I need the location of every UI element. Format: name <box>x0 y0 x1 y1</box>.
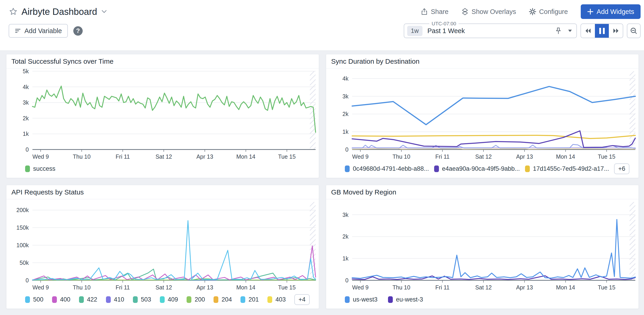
svg-text:Fri 11: Fri 11 <box>435 153 450 160</box>
legend-item[interactable]: eu-west-3 <box>388 296 423 303</box>
gear-icon <box>529 8 536 15</box>
svg-text:4k: 4k <box>23 84 29 90</box>
show-overlays-label: Show Overlays <box>472 8 516 15</box>
legend-item[interactable]: 0c49680d-4791-4ebb-a88... <box>345 165 429 172</box>
legend-more-badge[interactable]: +6 <box>614 163 630 174</box>
legend-item[interactable]: 403 <box>268 296 286 303</box>
range-shortcut-chip[interactable]: 1w <box>407 26 422 36</box>
legend-label: us-west3 <box>353 296 378 303</box>
range-caret-down-icon[interactable] <box>568 30 572 32</box>
legend-item[interactable]: 503 <box>133 296 151 303</box>
chart-legend: success <box>6 161 319 178</box>
chart-legend: 500400422410503409200204201403+4 <box>6 292 319 309</box>
pin-icon[interactable] <box>556 27 561 34</box>
help-icon[interactable]: ? <box>73 26 83 36</box>
range-label: Past 1 Week <box>428 27 465 35</box>
svg-text:Wed 9: Wed 9 <box>352 284 368 291</box>
configure-button[interactable]: Configure <box>529 8 568 15</box>
plus-icon <box>587 8 594 15</box>
title-chevron-down-icon[interactable] <box>101 9 107 14</box>
series-us-west3 <box>352 220 635 279</box>
time-backward-button[interactable] <box>581 24 595 38</box>
svg-text:2k: 2k <box>23 115 29 121</box>
widget-title: GB Moved by Region <box>326 185 638 199</box>
svg-text:1k: 1k <box>23 131 29 137</box>
series-500 <box>32 221 316 280</box>
legend-item[interactable]: 17d1455c-7ed5-49d2-a17... <box>525 165 609 172</box>
chart-sync-duration-by-destination[interactable]: 01k2k3k4kWed 9Thu 10Fri 11Sat 12Apr 13Mo… <box>326 68 638 161</box>
zoom-out-button[interactable] <box>627 23 640 38</box>
zoom-out-icon <box>630 27 638 34</box>
legend-label: 400 <box>60 296 70 303</box>
legend-item[interactable]: 201 <box>240 296 259 303</box>
legend-label: 500 <box>33 296 44 303</box>
svg-text:50k: 50k <box>20 260 29 266</box>
series-400 <box>32 246 316 280</box>
legend-item[interactable]: 204 <box>214 296 232 303</box>
widget-total-successful-syncs: Total Successful Syncs over Time 01k2k3k… <box>6 54 319 178</box>
legend-item[interactable]: 422 <box>79 296 97 303</box>
chart-legend: 0c49680d-4791-4ebb-a88...e4aea90a-90ca-4… <box>326 161 638 178</box>
legend-label: e4aea90a-90ca-49f5-9abb... <box>442 165 520 172</box>
time-nav-group <box>580 23 623 38</box>
chart-gb-moved-by-region[interactable]: 01k2k3kWed 9Thu 10Fri 11Sat 12Apr 13Mon … <box>326 199 638 292</box>
legend-swatch-icon <box>240 296 245 303</box>
legend-item[interactable]: success <box>25 165 56 172</box>
page-title: Airbyte Dashboard <box>22 6 97 17</box>
legend-item[interactable]: e4aea90a-90ca-49f5-9abb... <box>434 165 520 172</box>
chart-legend: us-west3eu-west-3 <box>326 292 638 309</box>
legend-label: 0c49680d-4791-4ebb-a88... <box>353 165 429 172</box>
time-forward-button[interactable] <box>609 24 623 38</box>
svg-text:Sat 12: Sat 12 <box>156 153 172 160</box>
series-e4aea90a-90ca-49f5-9abb <box>352 131 635 147</box>
svg-text:Thu 10: Thu 10 <box>73 284 91 291</box>
chart-canvas: 01k2k3k4k5kWed 9Thu 10Fri 11Sat 12Apr 13… <box>6 68 319 161</box>
svg-text:Wed 9: Wed 9 <box>32 284 49 291</box>
legend-item[interactable]: 410 <box>106 296 124 303</box>
time-pause-button[interactable] <box>595 24 609 38</box>
legend-label: 403 <box>276 296 286 303</box>
show-overlays-button[interactable]: Show Overlays <box>461 8 516 15</box>
widget-grid: Total Successful Syncs over Time 01k2k3k… <box>0 51 644 315</box>
legend-swatch-icon <box>160 296 165 303</box>
timezone-label: UTC-07:00 <box>429 21 458 27</box>
legend-item[interactable]: 200 <box>186 296 205 303</box>
widget-title: API Requests by Status <box>6 185 319 199</box>
share-button[interactable]: Share <box>421 8 448 15</box>
svg-text:Apr 13: Apr 13 <box>516 153 533 160</box>
legend-item[interactable]: us-west3 <box>345 296 378 303</box>
widget-sync-duration-by-destination: Sync Duration by Destination 01k2k3k4kWe… <box>326 54 639 178</box>
widget-api-requests-by-status: API Requests by Status 050k100k150k200kW… <box>6 185 319 309</box>
share-icon <box>421 8 428 15</box>
legend-swatch-icon <box>214 296 218 303</box>
svg-text:2k: 2k <box>342 111 349 117</box>
pause-icon <box>599 28 605 34</box>
series-success <box>32 86 316 132</box>
title-row: Airbyte Dashboard Share Show Overlays <box>4 4 640 20</box>
svg-text:Apr 13: Apr 13 <box>196 153 213 160</box>
svg-text:Mon 14: Mon 14 <box>556 284 575 291</box>
add-variable-button[interactable]: Add Variable <box>9 24 68 38</box>
favorite-star-icon[interactable] <box>9 7 17 16</box>
legend-item[interactable]: 409 <box>160 296 178 303</box>
svg-text:1k: 1k <box>342 255 349 262</box>
series-17d1455c-7ed5-49d2-a17 <box>352 135 635 139</box>
svg-text:0: 0 <box>345 277 348 284</box>
widget-title: Total Successful Syncs over Time <box>6 54 319 68</box>
legend-swatch-icon <box>106 296 111 303</box>
chart-total-successful-syncs[interactable]: 01k2k3k4k5kWed 9Thu 10Fri 11Sat 12Apr 13… <box>6 68 319 161</box>
chart-api-requests-by-status[interactable]: 050k100k150k200kWed 9Thu 10Fri 11Sat 12A… <box>6 199 319 292</box>
svg-text:100k: 100k <box>16 242 29 248</box>
svg-text:Mon 14: Mon 14 <box>556 153 575 160</box>
legend-more-badge[interactable]: +4 <box>294 294 310 305</box>
svg-text:Sat 12: Sat 12 <box>475 153 492 160</box>
legend-item[interactable]: 400 <box>52 296 70 303</box>
add-widgets-button[interactable]: Add Widgets <box>581 4 640 19</box>
chart-canvas: 01k2k3k4kWed 9Thu 10Fri 11Sat 12Apr 13Mo… <box>326 68 638 161</box>
legend-swatch-icon <box>79 296 84 303</box>
legend-item[interactable]: 500 <box>25 296 44 303</box>
svg-text:1k: 1k <box>342 128 349 135</box>
time-range-picker[interactable]: UTC-07:00 1w Past 1 Week <box>404 23 577 38</box>
legend-label: 409 <box>168 296 178 303</box>
legend-swatch-icon <box>388 296 393 303</box>
